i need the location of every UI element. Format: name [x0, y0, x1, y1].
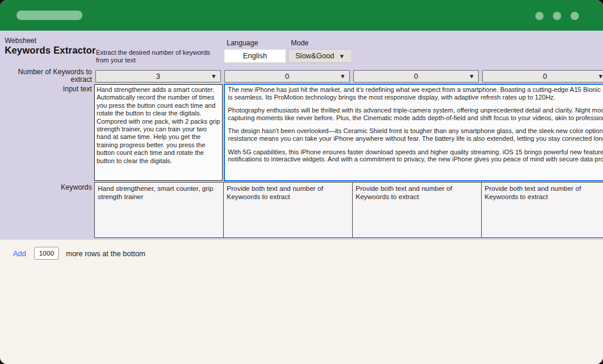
window-control-dot-2[interactable] [553, 12, 561, 20]
dropdown-arrow-icon: ▼ [598, 72, 603, 81]
dropdown-arrow-icon: ▼ [469, 72, 475, 81]
keyword-count-select-4[interactable]: 0 ▼ [482, 70, 603, 82]
mode-value: Slow&Good [296, 52, 334, 60]
keywords-result-cell-1[interactable]: Hand strengthener, smart counter, grip s… [94, 182, 224, 238]
page-title: Keywords Extractor [5, 45, 96, 56]
add-rows-button[interactable]: Add [13, 250, 26, 258]
window-control-dot-3[interactable] [571, 12, 579, 20]
window-control-dot-1[interactable] [535, 12, 544, 20]
input-text-cell-1[interactable]: Hand strengthener adds a smart counter. … [94, 84, 223, 181]
dropdown-arrow-icon: ▼ [211, 72, 217, 81]
keywords-result-cell-2[interactable]: Provide both text and number of Keywoord… [223, 182, 353, 238]
input-text-line: capturing moments like never before. Plu… [228, 114, 603, 122]
input-text-line: is seamless. Its ProMotion technology br… [228, 94, 603, 101]
app-window: Websheet Keywords Extractor Extract the … [0, 0, 603, 364]
mode-select[interactable]: Slow&Good ▼ [288, 49, 352, 63]
keyword-count-select-3[interactable]: 0 ▼ [353, 70, 479, 82]
footer-bar: Add more rows at the bottom [0, 240, 603, 364]
input-text-line: notifications to interactive widgets. An… [228, 155, 603, 163]
mode-label: Mode [291, 39, 309, 47]
language-input[interactable]: English [224, 49, 286, 63]
rows-suffix-label: more rows at the bottom [66, 250, 145, 258]
keywords-result-cell-3[interactable]: Provide both text and number of Keywoord… [352, 182, 482, 238]
input-text-line: resistance means you can take your iPhon… [228, 135, 603, 143]
page-description: Extract the desired number of keywords f… [96, 49, 221, 64]
dropdown-arrow-icon: ▼ [340, 72, 346, 81]
input-text-cell-2-selected[interactable]: The new iPhone has just hit the market, … [224, 84, 603, 181]
app-label: Websheet [5, 37, 37, 45]
count-value: 0 [354, 72, 478, 81]
count-value: 3 [96, 72, 220, 81]
keyword-count-select-1[interactable]: 3 ▼ [95, 70, 221, 82]
rows-count-input[interactable] [34, 247, 59, 260]
keyword-count-select-2[interactable]: 0 ▼ [224, 70, 350, 82]
count-row-label: Number of Keywords to extract [0, 68, 92, 84]
language-label: Language [227, 39, 258, 47]
input-text-line: The new iPhone has just hit the market, … [228, 86, 603, 94]
input-text-line: With 5G capabilities, this iPhone ensure… [228, 148, 603, 156]
titlebar [0, 0, 603, 31]
titlebar-pill [16, 11, 82, 20]
dropdown-arrow-icon: ▼ [339, 53, 345, 59]
keywords-row-label: Keywords [0, 184, 92, 191]
count-value: 0 [483, 72, 603, 81]
window-controls [535, 12, 579, 20]
input-text-line: Photography enthusiasts will be thrilled… [228, 107, 603, 114]
input-row-label: Input text [0, 85, 92, 93]
keywords-result-cell-4[interactable]: Provide both text and number of Keywoord… [481, 182, 603, 238]
count-value: 0 [225, 72, 349, 81]
input-text-line: The design hasn't been overlooked—its Ce… [228, 127, 603, 135]
sheet-area: Websheet Keywords Extractor Extract the … [0, 31, 603, 240]
